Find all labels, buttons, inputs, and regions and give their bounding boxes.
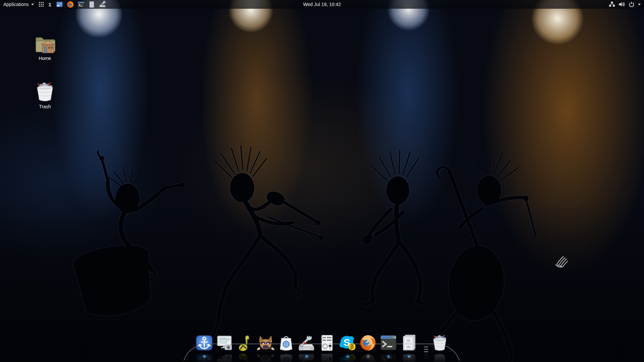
dock-item-skype[interactable]: S β (338, 334, 357, 352)
firefox-icon (359, 334, 377, 352)
firefox-icon[interactable] (67, 1, 74, 8)
bat-mascot-icon (257, 334, 275, 352)
skype-beta-badge: β (350, 343, 354, 350)
trash-full-icon (431, 334, 449, 352)
dock-item-audio-mixer[interactable] (318, 334, 336, 352)
terminal-icon[interactable] (77, 1, 85, 8)
dock-item-firefox[interactable] (359, 334, 377, 352)
dock-separator-handle[interactable] (420, 334, 428, 352)
system-tools-icon[interactable] (99, 1, 106, 8)
dock-item-file-cabinet[interactable] (400, 334, 418, 352)
cellist-silhouette (429, 150, 535, 362)
window-list (56, 1, 106, 8)
audio-mixer-icon (318, 334, 336, 352)
desktop-icon-trash[interactable]: Trash (31, 81, 59, 109)
trash-full-icon (34, 81, 56, 103)
network-icon[interactable] (609, 1, 615, 7)
screenshot-tool-icon (216, 334, 234, 352)
desktop-icon-label: Home (31, 56, 59, 61)
system-tools-icon (298, 334, 316, 352)
dock-item-trash[interactable] (431, 334, 449, 352)
session-caret-icon[interactable] (638, 4, 641, 5)
caret-down-icon (31, 4, 34, 5)
dock-item-docky[interactable] (195, 334, 213, 352)
workspace-indicator[interactable]: 1 (49, 2, 51, 7)
mouse-cursor (553, 255, 570, 269)
violinist-silhouette (206, 146, 323, 342)
terminal-icon (379, 334, 397, 352)
dock-reflection: S β (195, 353, 449, 362)
music-note-icon (236, 334, 254, 352)
drummer-silhouette (71, 152, 185, 320)
file-cabinet-icon (400, 334, 418, 352)
file-cabinet-icon[interactable] (88, 1, 95, 8)
power-icon[interactable] (629, 1, 635, 7)
dock-item-software[interactable] (277, 334, 295, 352)
dock: S β (181, 331, 463, 362)
docky-anchor-icon (195, 334, 213, 352)
dock-item-bat-app[interactable] (257, 334, 275, 352)
desktop: Applications 1 (0, 0, 644, 362)
home-folder-icon (34, 33, 56, 54)
dock-item-system-tools[interactable] (298, 334, 316, 352)
dock-item-music[interactable] (236, 334, 254, 352)
software-bag-icon (277, 334, 295, 352)
top-panel: Applications 1 (0, 0, 644, 9)
applications-menu[interactable]: Applications (3, 2, 34, 7)
wallpaper (0, 0, 644, 362)
svg-text:β: β (350, 355, 354, 361)
skype-icon: S β (338, 334, 357, 352)
volume-icon[interactable] (619, 1, 625, 7)
clock[interactable]: Wed Jul 19, 10:42 (303, 2, 341, 7)
app-grid-icon[interactable] (39, 2, 44, 7)
musicians-silhouettes (0, 0, 644, 362)
applications-label: Applications (3, 2, 29, 7)
dock-item-screenshot[interactable] (216, 334, 234, 352)
desktop-icon-label: Trash (31, 104, 59, 109)
piper-silhouette (362, 150, 428, 306)
dock-item-terminal[interactable] (379, 334, 397, 352)
desktop-icon-home[interactable]: Home (31, 33, 59, 61)
desktop-window-icon[interactable] (56, 1, 63, 8)
